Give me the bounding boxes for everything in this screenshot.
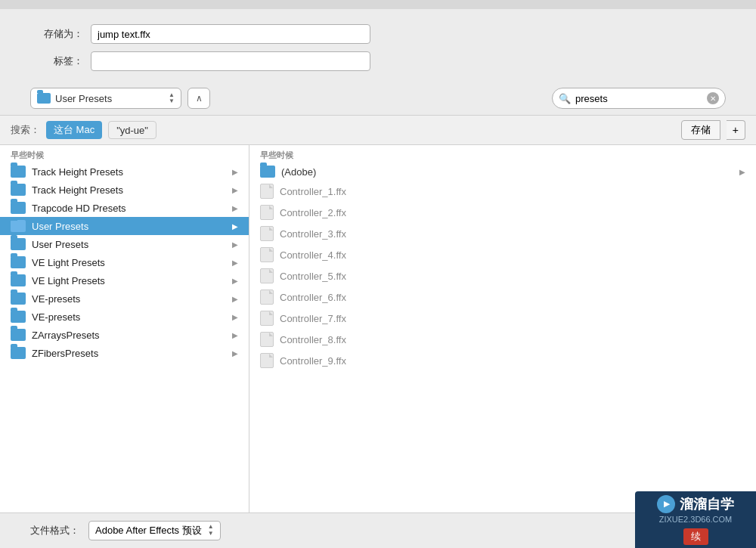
filename-row: 存储为： (30, 24, 726, 44)
list-item[interactable]: Trapcode HD Presets ▶ (0, 199, 249, 217)
left-section-header: 早些时候 (0, 145, 249, 163)
item-label: Controller_5.ffx (280, 271, 745, 282)
list-item[interactable]: Controller_2.ffx (249, 202, 756, 223)
item-label: User Presets (32, 239, 226, 250)
list-item[interactable]: (Adobe) ▶ (249, 163, 756, 181)
ffx-icon (260, 184, 274, 199)
watermark-brand: 溜溜自学 (680, 495, 734, 513)
item-label: ZFibersPresets (32, 348, 226, 359)
this-mac-button[interactable]: 这台 Mac (46, 121, 102, 139)
ffx-icon (260, 268, 274, 283)
ffx-icon (260, 311, 274, 326)
chevron-up-icon: ∧ (196, 93, 203, 104)
item-label: Controller_7.ffx (280, 313, 745, 324)
list-item[interactable]: Controller_3.ffx (249, 223, 756, 244)
list-item[interactable]: Controller_5.ffx (249, 265, 756, 286)
item-label: Controller_9.ffx (280, 355, 745, 367)
folder-icon (11, 274, 26, 286)
search-box: 🔍 ✕ (552, 88, 726, 109)
location-selector[interactable]: User Presets ▲ ▼ (30, 88, 181, 109)
list-item[interactable]: ZArraysPresets ▶ (0, 326, 249, 344)
ffx-icon (260, 353, 274, 368)
format-selector[interactable]: Adobe After Effects 预设 ▲ ▼ (88, 521, 221, 540)
item-label: Controller_3.ffx (280, 228, 745, 240)
ffx-icon (260, 332, 274, 347)
list-item[interactable]: Controller_7.ffx (249, 308, 756, 329)
ffx-icon (260, 226, 274, 241)
arrow-icon: ▶ (232, 168, 238, 176)
item-label: Trapcode HD Presets (32, 203, 226, 214)
format-label: 文件格式： (30, 524, 79, 537)
item-label: ZArraysPresets (32, 330, 226, 341)
left-panel: 早些时候 Track Height Presets ▶ Track Height… (0, 145, 249, 512)
watermark-url: ZIXUE2.3D66.COM (659, 515, 733, 524)
list-item[interactable]: User Presets ▶ (0, 235, 249, 253)
arrow-icon: ▶ (232, 204, 238, 212)
folder-icon (11, 347, 26, 359)
location-stepper[interactable]: ▲ ▼ (169, 92, 175, 104)
item-label: Controller_8.ffx (280, 334, 745, 345)
item-label: User Presets (32, 221, 226, 232)
folder-icon (11, 184, 26, 196)
list-item-selected[interactable]: User Presets ▶ (0, 217, 249, 235)
save-dialog: 存储为： 标签： User Presets ▲ ▼ ∧ 🔍 (0, 9, 756, 548)
list-item[interactable]: Controller_6.ffx (249, 286, 756, 308)
stepper-down[interactable]: ▼ (169, 98, 175, 104)
right-section-header: 早些时候 (249, 145, 756, 163)
list-item[interactable]: ZFibersPresets ▶ (0, 344, 249, 362)
item-label: Track Height Presets (32, 184, 226, 196)
item-label: VE-presets (32, 311, 226, 323)
arrow-icon: ▶ (232, 222, 238, 231)
search-clear-button[interactable]: ✕ (707, 92, 719, 104)
list-item[interactable]: Track Height Presets ▶ (0, 163, 249, 181)
list-item[interactable]: Controller_4.ffx (249, 244, 756, 265)
list-item[interactable]: Controller_8.ffx (249, 329, 756, 350)
list-item[interactable]: VE-presets ▶ (0, 289, 249, 308)
top-bar-hint (0, 0, 756, 9)
format-value: Adobe After Effects 预设 (95, 524, 202, 537)
format-stepper[interactable]: ▲ ▼ (208, 524, 214, 537)
nav-up-button[interactable]: ∧ (187, 88, 210, 109)
folder-icon (11, 293, 26, 305)
add-button[interactable]: + (727, 120, 745, 140)
tag-label: 标签： (30, 54, 83, 68)
item-label: (Adobe) (281, 166, 733, 178)
right-panel: 早些时候 (Adobe) ▶ Controller_1.ffx Controll… (249, 145, 756, 512)
list-item[interactable]: VE-presets ▶ (0, 308, 249, 326)
arrow-icon: ▶ (232, 277, 238, 285)
folder-icon (37, 93, 51, 104)
search-input[interactable] (575, 93, 702, 104)
form-area: 存储为： 标签： (0, 9, 756, 82)
item-label: Track Height Presets (32, 166, 226, 178)
tag-input[interactable] (91, 51, 370, 71)
ffx-icon (260, 247, 274, 262)
item-label: VE Light Presets (32, 257, 226, 268)
arrow-icon: ▶ (232, 259, 238, 267)
location-text: User Presets (55, 93, 161, 104)
folder-icon (260, 166, 275, 178)
continue-button[interactable]: 续 (683, 528, 708, 545)
tag-row: 标签： (30, 51, 726, 71)
list-item[interactable]: Controller_9.ffx (249, 350, 756, 371)
ffx-icon (260, 205, 274, 220)
search-icon: 🔍 (559, 93, 571, 104)
arrow-icon: ▶ (739, 168, 745, 176)
item-label: VE Light Presets (32, 275, 226, 286)
yd-ue-button[interactable]: "yd-ue" (108, 121, 156, 139)
item-label: Controller_6.ffx (280, 292, 745, 303)
stepper-down-icon: ▼ (208, 531, 214, 537)
arrow-icon: ▶ (232, 349, 238, 358)
filename-input[interactable] (91, 24, 370, 44)
item-label: VE-presets (32, 293, 226, 305)
ffx-icon (260, 289, 274, 305)
filter-bar: 搜索： 这台 Mac "yd-ue" 存储 + (0, 116, 756, 145)
list-item[interactable]: Track Height Presets ▶ (0, 181, 249, 199)
item-label: Controller_2.ffx (280, 207, 745, 218)
list-item[interactable]: Controller_1.ffx (249, 181, 756, 202)
toolbar-row: User Presets ▲ ▼ ∧ 🔍 ✕ (0, 82, 756, 116)
folder-icon (11, 238, 26, 250)
list-item[interactable]: VE Light Presets ▶ (0, 271, 249, 289)
list-item[interactable]: VE Light Presets ▶ (0, 253, 249, 271)
save-button[interactable]: 存储 (681, 120, 720, 140)
arrow-icon: ▶ (232, 313, 238, 321)
